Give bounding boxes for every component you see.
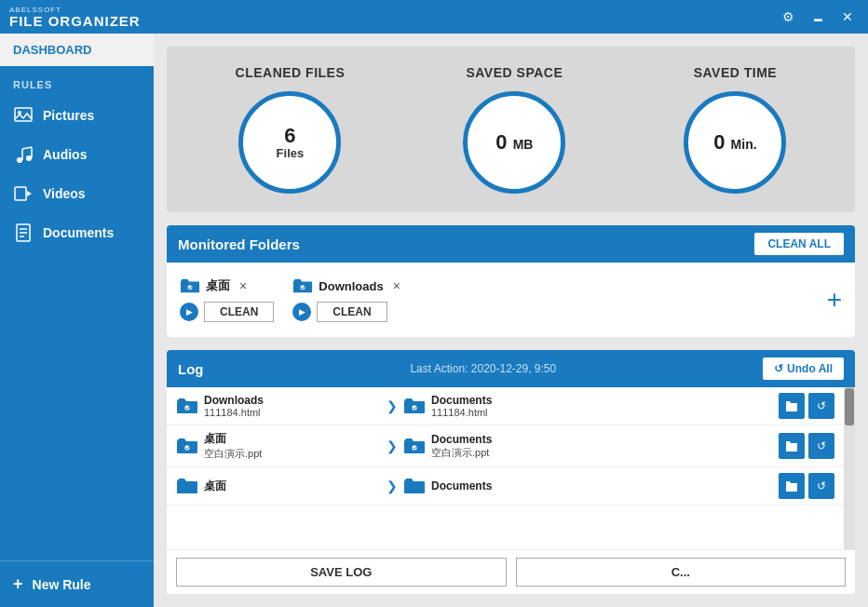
clean-button[interactable]: CLEAN [204,302,274,322]
folder-icon [180,276,200,296]
audios-icon [13,144,34,165]
log-file-info: 桌面 空白演示.ppt [204,431,262,461]
sidebar-rules-label: RULES [0,68,154,96]
log-actions: ↺ [779,473,834,499]
log-undo-button[interactable]: ↺ [808,393,834,419]
log-dest: Documents [403,477,773,495]
log-dest-folder: Documents [431,479,492,492]
saved-time-circle: 0 Min. [684,91,786,194]
videos-label: Videos [43,186,86,201]
log-open-button[interactable] [779,393,805,419]
saved-time-label: SAVED TIME [694,65,778,80]
log-row: Downloads 111184.html ❯ [167,387,844,425]
folder-name: Downloads [319,279,383,293]
stat-saved-time: SAVED TIME 0 Min. [684,65,786,194]
documents-icon [13,223,34,243]
stats-section: CLEANED FILES 6 Files SAVED SPACE 0 MB S… [167,47,855,212]
log-open-button[interactable] [779,473,805,499]
add-folder-button[interactable]: + [827,285,842,315]
cleaned-files-unit: Files [277,146,305,160]
app-maker: ABELSSOFT [9,6,777,14]
videos-icon [13,183,34,204]
log-footer: SAVE LOG C... [167,549,855,594]
minimize-button[interactable]: 🗕 [807,6,829,28]
sidebar-item-pictures[interactable]: Pictures [0,96,154,135]
log-arrow-icon: ❯ [387,479,398,493]
app-window: ABELSSOFT FILE ORGANIZER ⚙ 🗕 ✕ DASHBOARD… [0,0,868,607]
log-section: Log Last Action: 2020-12-29, 9:50 ↺ Undo… [167,350,855,594]
log-dest: Documents 111184.html [403,394,773,418]
svg-point-2 [17,157,22,163]
monitored-title: Monitored Folders [178,236,300,252]
log-file-info: Documents 111184.html [431,394,492,418]
save-log-button[interactable]: SAVE LOG [176,558,507,587]
new-rule-button[interactable]: + New Rule [0,560,154,607]
log-source: Downloads 111184.html [176,394,381,418]
audios-label: Audios [43,147,87,162]
log-body: Downloads 111184.html ❯ [167,387,844,549]
log-file-info: 桌面 [204,479,226,494]
sidebar-item-audios[interactable]: Audios [0,135,154,174]
stat-cleaned-files: CLEANED FILES 6 Files [236,65,346,194]
app-brand: ABELSSOFT FILE ORGANIZER [9,6,777,28]
cleaned-files-value: 6 [284,126,295,146]
clean-all-button[interactable]: CLEAN ALL [754,233,844,255]
play-button[interactable]: ▶ [180,303,198,321]
svg-line-6 [22,147,32,149]
folder-name: 桌面 [206,277,230,294]
log-file-info: Documents 空白演示.ppt [431,433,492,460]
scrollbar[interactable] [844,387,855,549]
main-layout: DASHBOARD RULES Pictures [0,34,868,607]
saved-space-label: SAVED SPACE [466,65,563,80]
saved-space-circle: 0 MB [463,91,565,194]
documents-label: Documents [43,225,114,240]
log-source-folder: Downloads [204,394,264,407]
log-dest-folder: Documents [431,394,492,407]
sidebar-item-videos[interactable]: Videos [0,174,154,213]
folder-item: 桌面 × ▶ CLEAN [180,276,274,322]
folder-close-button[interactable]: × [393,278,400,293]
clean-button[interactable]: CLEAN [317,302,387,322]
folder-actions: ▶ CLEAN [180,302,274,322]
monitored-section: Monitored Folders CLEAN ALL [167,225,855,337]
play-button[interactable]: ▶ [292,303,311,321]
cleaned-files-circle: 6 Files [238,91,341,194]
plus-icon: + [13,574,23,594]
log-last-action: Last Action: 2020-12-29, 9:50 [410,362,556,375]
undo-icon: ↺ [774,362,783,375]
scrollbar-thumb[interactable] [845,388,854,425]
cleaned-files-label: CLEANED FILES [236,65,346,80]
close-button[interactable]: ✕ [836,6,859,28]
settings-button[interactable]: ⚙ [777,6,799,28]
log-arrow-icon: ❯ [387,438,398,453]
log-arrow-icon: ❯ [387,398,398,413]
sidebar: DASHBOARD RULES Pictures [0,34,154,607]
log-dest-folder: Documents [431,433,492,446]
log-source-file: 空白演示.ppt [204,447,262,461]
sidebar-item-dashboard[interactable]: DASHBOARD [0,34,154,68]
log-undo-button[interactable]: ↺ [808,473,834,499]
saved-time-value: 0 Min. [713,132,756,153]
log-file-info: Downloads 111184.html [204,394,264,418]
clear-log-button[interactable]: C... [516,558,847,587]
log-title: Log [178,361,204,377]
folder-close-button[interactable]: × [239,278,247,293]
log-undo-button[interactable]: ↺ [808,433,834,459]
log-source: 桌面 空白演示.ppt [176,431,381,461]
log-open-button[interactable] [779,433,805,459]
undo-all-button[interactable]: ↺ Undo All [763,357,844,380]
app-name: FILE ORGANIZER [9,14,777,28]
folder-item: Downloads × ▶ CLEAN [292,276,400,322]
svg-rect-7 [15,187,26,200]
folder-header: 桌面 × [180,276,274,296]
content-area: CLEANED FILES 6 Files SAVED SPACE 0 MB S… [154,34,868,607]
log-actions: ↺ [779,393,834,419]
sidebar-item-documents[interactable]: Documents [0,213,154,252]
log-source-file: 111184.html [204,407,264,418]
title-bar: ABELSSOFT FILE ORGANIZER ⚙ 🗕 ✕ [0,0,868,34]
folder-actions: ▶ CLEAN [292,302,400,322]
pictures-icon [13,105,34,126]
folder-header: Downloads × [292,276,400,296]
stat-saved-space: SAVED SPACE 0 MB [463,65,565,194]
log-dest-file: 空白演示.ppt [431,446,492,460]
